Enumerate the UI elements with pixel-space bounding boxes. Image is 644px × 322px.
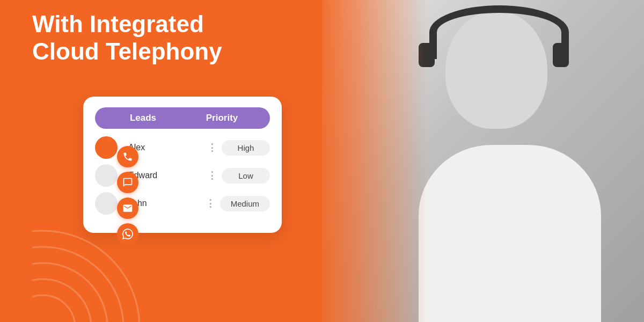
avatar — [95, 136, 118, 159]
headset — [429, 5, 569, 59]
svg-point-0 — [32, 295, 75, 322]
title-block: With Integrated Cloud Telephony — [32, 11, 222, 65]
message-icon — [122, 177, 133, 188]
title-line2: Cloud Telephony — [32, 38, 222, 65]
avatar — [95, 164, 118, 187]
headset-right-ear — [553, 43, 569, 67]
priority-badge: Medium — [220, 196, 270, 211]
dots-icon[interactable]: ⋮ — [203, 170, 222, 181]
whatsapp-button[interactable] — [117, 223, 138, 245]
email-button[interactable] — [117, 197, 138, 219]
person-body — [419, 145, 601, 322]
dots-icon[interactable]: ⋮ — [201, 197, 220, 209]
avatar — [95, 192, 118, 215]
sms-button[interactable] — [117, 172, 138, 193]
table-header: Leads Priority — [95, 107, 270, 129]
email-icon — [122, 203, 133, 214]
priority-badge: Low — [222, 168, 270, 184]
svg-point-2 — [32, 263, 107, 322]
leads-table-card: Leads Priority Alex ⋮ High Edward ⋮ Low … — [83, 97, 282, 233]
dots-icon[interactable]: ⋮ — [203, 142, 222, 153]
header-leads: Leads — [104, 113, 182, 123]
headset-left-ear — [419, 43, 435, 67]
header-priority: Priority — [182, 113, 261, 123]
background: With Integrated Cloud Telephony Leads Pr… — [0, 0, 644, 322]
title-line1: With Integrated — [32, 11, 222, 38]
whatsapp-icon — [122, 229, 133, 239]
action-icons-panel — [117, 146, 138, 245]
phone-call-button[interactable] — [117, 146, 138, 167]
phone-icon — [122, 151, 133, 162]
person-area — [311, 0, 644, 322]
priority-badge: High — [222, 140, 270, 156]
person-silhouette — [322, 0, 644, 322]
